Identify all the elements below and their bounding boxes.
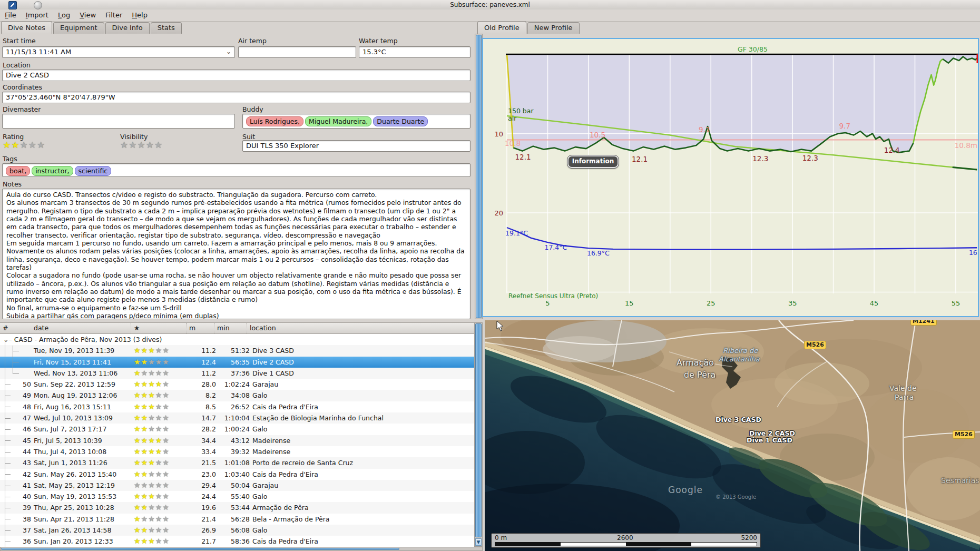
- dive-site-map[interactable]: Armação de Pêra Ribeira de Alcantarilha …: [485, 320, 980, 551]
- divelist-hscrollbar-thumb[interactable]: [1, 548, 399, 550]
- dive-row[interactable]: 44Thu, Jul 4, 2013 10:08★★★★★33.439:32Ma…: [0, 446, 474, 457]
- dive-row[interactable]: 49Mon, Aug 19, 2013 12:06★★★★★8.234:08Ga…: [0, 390, 474, 401]
- trip-header-row[interactable]: ⌄ – CASD - Armação de Pêra, Nov 2013 (3 …: [0, 334, 474, 345]
- collapse-arrow-icon[interactable]: ⌄: [3, 334, 8, 345]
- form-scrollbar[interactable]: [475, 34, 483, 319]
- dive-date[interactable]: Sun, Apr 21, 2013 11:28: [31, 514, 134, 525]
- tab-new-profile[interactable]: New Profile: [527, 22, 580, 34]
- tab-dive-notes[interactable]: Dive Notes: [1, 21, 52, 34]
- tag-pill[interactable]: scientific: [75, 166, 112, 176]
- dive-date[interactable]: Sun, Jul 7, 2013 17:17: [31, 424, 134, 435]
- dive-date[interactable]: Fri, Nov 15, 2013 11:41: [31, 357, 134, 368]
- dive-row[interactable]: Fri, Nov 15, 2013 11:41★★★★★12.456:35Div…: [0, 357, 474, 368]
- information-button[interactable]: Information: [567, 155, 619, 168]
- river-label-line2: Alcantarilha: [719, 355, 760, 363]
- dive-location: Galo: [250, 525, 474, 536]
- map-copyright: © 2013 Google: [716, 494, 756, 500]
- dive-date[interactable]: Tue, Nov 19, 2013 11:39: [31, 345, 134, 356]
- buddy-pill[interactable]: Duarte Duarte: [373, 116, 428, 126]
- dive-row[interactable]: 36Sun, Jan 20, 2013 12:33★★★★★21.758:36C…: [0, 536, 474, 547]
- scroll-down-button[interactable]: ▼: [475, 538, 482, 546]
- tab-dive-info[interactable]: Dive Info: [105, 22, 150, 34]
- air-temp-input[interactable]: [238, 46, 356, 58]
- divemaster-input[interactable]: [2, 114, 235, 129]
- dive-date[interactable]: Sun, May 19, 2013 15:53: [31, 491, 134, 502]
- dive-row[interactable]: 48Fri, Aug 16, 2013 15:11★★★★★8.526:52Ca…: [0, 401, 474, 412]
- dive-date[interactable]: Fri, Jul 5, 2013 10:39: [31, 435, 134, 446]
- tab-old-profile[interactable]: Old Profile: [477, 21, 526, 34]
- dive-marker-1[interactable]: Dive 1 CASD: [747, 436, 792, 444]
- start-time-combobox[interactable]: 11/15/13 11:41 AM ⌄: [2, 46, 235, 58]
- water-temp-input[interactable]: 15.3°C: [359, 46, 471, 58]
- dive-duration: 58:36: [216, 536, 250, 547]
- dive-date[interactable]: Fri, Aug 16, 2013 15:11: [31, 401, 134, 412]
- tab-equipment[interactable]: Equipment: [53, 22, 104, 34]
- buddy-pill[interactable]: Luís Rodrigues,: [246, 116, 303, 126]
- dive-date[interactable]: Sun, Sep 22, 2013 12:59: [31, 379, 134, 390]
- menu-log[interactable]: Log: [53, 10, 75, 20]
- dive-row[interactable]: 46Sun, Jul 7, 2013 17:17★★★★★28.21:00:24…: [0, 424, 474, 435]
- dive-date[interactable]: Sat, May 25, 2013 12:19: [31, 480, 134, 491]
- chevron-down-icon[interactable]: ⌄: [226, 48, 231, 55]
- divelist-vscrollbar-thumb[interactable]: [475, 323, 482, 537]
- dive-marker-3[interactable]: Dive 3 CASD: [716, 416, 761, 424]
- location-input[interactable]: Dive 2 CASD: [2, 70, 471, 81]
- divelist-hscrollbar[interactable]: [0, 547, 483, 551]
- dive-date[interactable]: Wed, Jul 10, 2013 13:09: [31, 412, 134, 424]
- dive-list-header[interactable]: # date ★ m min location: [0, 323, 474, 334]
- dive-row[interactable]: 40Sun, May 19, 2013 15:53★★★★★24.455:40G…: [0, 491, 474, 502]
- dive-date[interactable]: Mon, Aug 19, 2013 12:06: [31, 390, 134, 401]
- dive-date[interactable]: Sat, Jan 26, 2013 14:58: [31, 525, 134, 536]
- column-depth[interactable]: m: [187, 323, 214, 333]
- dive-number: 44: [13, 446, 31, 457]
- tags-input[interactable]: boat,instructor,scientific: [2, 163, 471, 177]
- menu-view[interactable]: View: [75, 10, 101, 20]
- notes-textarea[interactable]: Aula do curso CASD. Transectos c/video e…: [2, 189, 471, 319]
- visibility-stars[interactable]: ★★★★★: [120, 140, 163, 150]
- column-date[interactable]: date: [31, 323, 131, 333]
- column-location[interactable]: location: [247, 323, 474, 333]
- dive-row[interactable]: 37Sat, Jan 26, 2013 14:58★★★★★26.956:08G…: [0, 525, 474, 536]
- start-time-value: 11/15/13 11:41 AM: [6, 48, 71, 56]
- column-rating[interactable]: ★: [131, 323, 187, 333]
- menu-help[interactable]: Help: [127, 10, 152, 20]
- rating-stars[interactable]: ★★★★★: [3, 140, 45, 150]
- tag-pill[interactable]: instructor,: [32, 166, 73, 176]
- dive-depth: 24.4: [181, 491, 216, 502]
- column-number[interactable]: #: [0, 323, 31, 333]
- divelist-vscrollbar[interactable]: ▼: [474, 322, 483, 547]
- buddy-pill[interactable]: Miguel Madureira,: [305, 116, 371, 126]
- dive-row[interactable]: 41Sat, May 25, 2013 12:19★★★★★29.450:04G…: [0, 480, 474, 491]
- buddy-input[interactable]: Luís Rodrigues,Miguel Madureira,Duarte D…: [242, 114, 471, 129]
- dive-date[interactable]: Thu, Apr 25, 2013 10:28: [31, 502, 134, 513]
- dive-row[interactable]: 38Sun, Apr 21, 2013 11:28★★★★★21.456:28B…: [0, 514, 474, 525]
- dive-date[interactable]: Sun, May 26, 2013 15:40: [31, 469, 134, 480]
- dive-row[interactable]: 39Thu, Apr 25, 2013 10:28★★★★★19.653:44A…: [0, 502, 474, 513]
- dive-date[interactable]: Sun, Jan 20, 2013 12:33: [31, 536, 134, 547]
- dive-row[interactable]: Wed, Nov 13, 2013 11:06★★★★★11.237:36Div…: [0, 368, 474, 379]
- dive-profile-chart[interactable]: 102051525354555Reefnet Sensus Ultra (Pre…: [482, 38, 979, 317]
- suit-input[interactable]: DUI TLS 350 Explorer: [242, 140, 471, 152]
- dive-date[interactable]: Wed, Nov 13, 2013 11:06: [31, 368, 134, 379]
- tag-pill[interactable]: boat,: [6, 166, 30, 176]
- menu-filter[interactable]: Filter: [101, 10, 127, 20]
- form-scrollbar-thumb[interactable]: [476, 35, 482, 318]
- svg-text:16.9°C: 16.9°C: [587, 249, 610, 257]
- menu-import[interactable]: Import: [21, 10, 53, 20]
- dive-row[interactable]: 47Wed, Jul 10, 2013 13:09★★★★★14.71:10:0…: [0, 412, 474, 424]
- dive-row[interactable]: 42Sun, May 26, 2013 15:40★★★★★23.01:03:4…: [0, 469, 474, 480]
- dive-rating-stars: ★★★★★: [134, 491, 181, 502]
- dive-date[interactable]: Sat, Jun 1, 2013 11:26: [31, 457, 134, 468]
- dive-duration: 39:32: [216, 446, 250, 457]
- title-bar[interactable]: Subsurface: paneves.xml: [0, 0, 980, 9]
- dive-row[interactable]: 45Fri, Jul 5, 2013 10:39★★★★★34.443:12Ma…: [0, 435, 474, 446]
- column-duration[interactable]: min: [214, 323, 247, 333]
- dive-row[interactable]: Tue, Nov 19, 2013 11:39★★★★★11.251:32Div…: [0, 345, 474, 356]
- dive-date[interactable]: Thu, Jul 4, 2013 10:08: [31, 446, 134, 457]
- dive-row[interactable]: 43Sat, Jun 1, 2013 11:26★★★★★21.51:01:08…: [0, 457, 474, 468]
- tab-stats[interactable]: Stats: [151, 22, 182, 34]
- menu-file[interactable]: File: [0, 10, 21, 20]
- dive-row[interactable]: 50Sun, Sep 22, 2013 12:59★★★★★28.01:02:2…: [0, 379, 474, 390]
- coordinates-input[interactable]: 37°05'23.460"N 8°20'47.879"W: [2, 92, 471, 103]
- dive-location: Bela - Armação de Pêra: [250, 514, 474, 525]
